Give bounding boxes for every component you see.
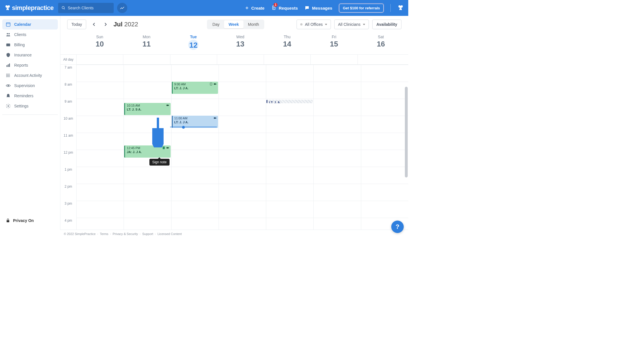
time-slot[interactable] xyxy=(361,82,408,99)
time-slot[interactable] xyxy=(76,167,124,184)
time-slot[interactable] xyxy=(266,167,313,184)
time-slot[interactable] xyxy=(76,218,124,230)
day-header[interactable]: Sat16 xyxy=(358,33,404,54)
sidebar-item-supervision[interactable]: Supervision xyxy=(2,81,58,91)
time-slot[interactable] xyxy=(361,167,408,184)
allday-cell[interactable] xyxy=(310,55,357,64)
day-header[interactable]: Fri15 xyxy=(310,33,357,54)
time-slot[interactable] xyxy=(313,133,361,150)
time-slot[interactable] xyxy=(124,167,171,184)
time-slot[interactable] xyxy=(313,82,361,99)
time-slot[interactable] xyxy=(266,116,313,133)
time-slot[interactable] xyxy=(171,150,219,167)
analytics-button[interactable] xyxy=(117,3,127,13)
time-slot[interactable] xyxy=(313,99,361,116)
time-slot[interactable] xyxy=(219,82,266,99)
time-slot[interactable] xyxy=(266,82,313,99)
allday-cell[interactable] xyxy=(264,55,310,64)
sidebar-item-account-activity[interactable]: Account Activity xyxy=(2,70,58,81)
time-slot[interactable] xyxy=(219,218,266,230)
footer-link[interactable]: Terms xyxy=(100,232,108,236)
search-box[interactable] xyxy=(58,3,114,13)
offices-filter[interactable]: All Offices xyxy=(297,20,331,29)
footer-link[interactable]: Licensed Content xyxy=(157,232,182,236)
time-slot[interactable] xyxy=(313,201,361,218)
prev-button[interactable] xyxy=(90,22,98,26)
time-slot[interactable] xyxy=(313,167,361,184)
sidebar-item-insurance[interactable]: Insurance xyxy=(2,50,58,60)
view-week[interactable]: Week xyxy=(224,20,243,28)
time-slot[interactable] xyxy=(171,218,219,230)
time-slot[interactable] xyxy=(171,201,219,218)
time-grid[interactable]: 7 am8 am9 am10 am11 am12 pm1 pm2 pm3 pm4… xyxy=(60,65,408,230)
allday-cell[interactable] xyxy=(358,55,404,64)
today-button[interactable]: Today xyxy=(67,20,86,29)
time-slot[interactable] xyxy=(124,116,171,133)
time-slot[interactable] xyxy=(313,116,361,133)
time-slot[interactable] xyxy=(361,184,408,201)
calendar-event[interactable]: LT: J. A. xyxy=(267,100,313,103)
time-slot[interactable] xyxy=(313,65,361,82)
time-slot[interactable] xyxy=(313,184,361,201)
create-button[interactable]: Create xyxy=(245,6,265,10)
footer-link[interactable]: Support xyxy=(142,232,153,236)
time-slot[interactable] xyxy=(171,133,219,150)
time-slot[interactable] xyxy=(361,65,408,82)
time-slot[interactable] xyxy=(361,150,408,167)
time-slot[interactable] xyxy=(361,116,408,133)
time-slot[interactable] xyxy=(313,150,361,167)
time-slot[interactable] xyxy=(76,82,124,99)
day-header[interactable]: Thu14 xyxy=(264,33,310,54)
view-day[interactable]: Day xyxy=(208,20,224,28)
help-button[interactable]: ? xyxy=(391,221,404,233)
time-slot[interactable] xyxy=(361,201,408,218)
search-input[interactable] xyxy=(68,6,110,10)
allday-cell[interactable] xyxy=(123,55,170,64)
calendar-event[interactable]: 9:00 AMLT: J. J A. xyxy=(172,82,218,94)
time-slot[interactable] xyxy=(313,218,361,230)
requests-button[interactable]: 1 Requests xyxy=(271,5,298,11)
time-slot[interactable] xyxy=(219,167,266,184)
sidebar-item-settings[interactable]: Settings xyxy=(2,101,58,111)
allday-cell[interactable] xyxy=(170,55,217,64)
scrollbar[interactable] xyxy=(404,87,408,221)
time-slot[interactable] xyxy=(266,184,313,201)
calendar-event[interactable]: 11:00 AMLT: J. J A. xyxy=(172,116,218,128)
time-slot[interactable] xyxy=(124,65,171,82)
time-slot[interactable] xyxy=(219,184,266,201)
time-slot[interactable] xyxy=(76,99,124,116)
time-slot[interactable] xyxy=(361,133,408,150)
time-slot[interactable] xyxy=(124,82,171,99)
sidebar-item-calendar[interactable]: Calendar xyxy=(2,19,58,29)
time-slot[interactable] xyxy=(219,201,266,218)
time-slot[interactable] xyxy=(219,150,266,167)
time-slot[interactable] xyxy=(76,150,124,167)
time-slot[interactable] xyxy=(76,116,124,133)
butterfly-icon[interactable] xyxy=(397,5,404,11)
time-slot[interactable] xyxy=(361,99,408,116)
sidebar-item-reports[interactable]: Reports xyxy=(2,60,58,70)
referral-button[interactable]: Get $100 for referrals xyxy=(339,4,384,12)
allday-cell[interactable] xyxy=(76,55,123,64)
sidebar-item-clients[interactable]: Clients xyxy=(2,29,58,40)
view-month[interactable]: Month xyxy=(244,20,264,28)
time-slot[interactable] xyxy=(171,167,219,184)
day-header[interactable]: Mon11 xyxy=(123,33,170,54)
messages-button[interactable]: Messages xyxy=(304,5,332,10)
sidebar-item-reminders[interactable]: Reminders xyxy=(2,91,58,101)
brand-logo[interactable]: simplepractice xyxy=(5,4,54,12)
allday-cell[interactable] xyxy=(217,55,264,64)
time-slot[interactable] xyxy=(171,184,219,201)
time-slot[interactable] xyxy=(266,218,313,230)
time-slot[interactable] xyxy=(266,133,313,150)
time-slot[interactable] xyxy=(124,201,171,218)
time-slot[interactable] xyxy=(266,65,313,82)
time-slot[interactable] xyxy=(124,184,171,201)
time-slot[interactable] xyxy=(171,65,219,82)
time-slot[interactable] xyxy=(219,133,266,150)
calendar-event[interactable]: 10:15 AMLT: J. S A. xyxy=(124,103,170,115)
time-slot[interactable] xyxy=(171,99,219,116)
footer-link[interactable]: Privacy & Security xyxy=(113,232,138,236)
day-header[interactable]: Wed13 xyxy=(217,33,264,54)
time-slot[interactable] xyxy=(76,184,124,201)
